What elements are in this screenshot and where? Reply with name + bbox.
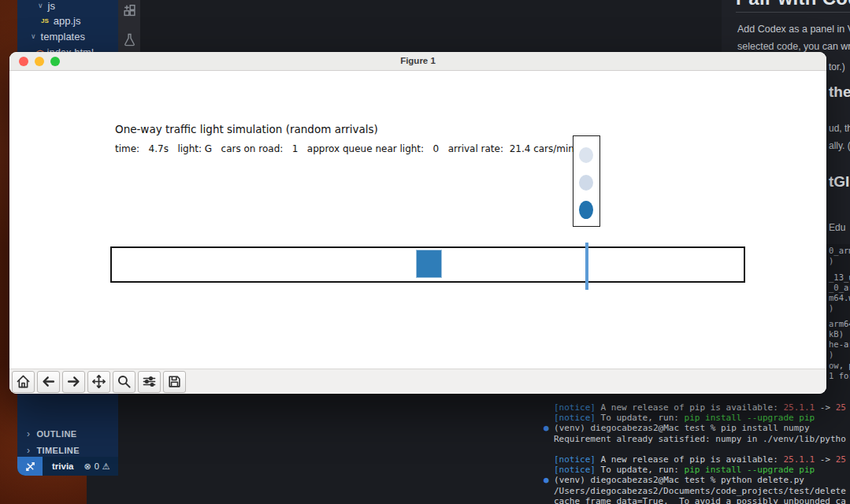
chevron-down-icon: ∨ (31, 32, 36, 40)
terminal-line: [notice] To update, run: pip install --u… (554, 413, 850, 423)
sidebar-item-js-folder[interactable]: ∨ js (17, 0, 118, 13)
remote-indicator-icon (25, 461, 35, 472)
divider (736, 12, 850, 13)
green-light-on (579, 201, 593, 219)
problems-indicator[interactable]: ⊗ 0 ⚠ (84, 461, 110, 472)
extensions-icon[interactable] (123, 5, 136, 21)
activity-bar (118, 0, 140, 55)
save-floppy-icon (167, 374, 182, 389)
home-button[interactable] (12, 371, 35, 393)
codex-panel-text: selected code, you can write shorter pro… (737, 41, 850, 52)
terminal-line: Requirement already satisfied: numpy in … (554, 434, 850, 444)
matplotlib-toolbar (9, 369, 826, 394)
sidebar-item-templates-folder[interactable]: ∨ templates (17, 28, 118, 44)
arrow-left-icon (41, 374, 56, 389)
warnings-icon: ⚠ (102, 461, 110, 472)
simulation-status-line: time: 4.7s light: G cars on road: 1 appr… (115, 143, 574, 154)
window-title: Figure 1 (9, 56, 826, 65)
magnifier-icon (117, 374, 132, 389)
stop-line (585, 243, 588, 290)
terminal-line: [notice] A new release of pip is availab… (554, 454, 850, 465)
file-label: app.js (54, 15, 81, 27)
terminal-output-block-1: [notice] A new release of pip is availab… (554, 402, 850, 444)
codex-panel-text: Add Codex as a panel in VS Code to chat,… (737, 24, 850, 35)
plot-canvas: One-way traffic light simulation (random… (9, 71, 826, 369)
errors-icon: ⊗ (84, 461, 91, 472)
chevron-down-icon: ∨ (38, 2, 43, 9)
timeline-section-header[interactable]: › TIMELINE (17, 443, 118, 458)
chevron-right-icon: › (27, 445, 30, 456)
section-label: OUTLINE (36, 429, 76, 439)
terminal-line: cache_frame_data=True. To avoid a possib… (554, 496, 850, 504)
section-label: TIMELINE (36, 446, 80, 455)
errors-count: 0 (95, 461, 99, 471)
remote-indicator[interactable] (17, 457, 43, 476)
zoom-rect-button[interactable] (113, 371, 135, 393)
traffic-light-box (573, 135, 600, 227)
home-icon (16, 374, 31, 389)
red-light-off (579, 147, 593, 163)
codex-panel-heading: Pair with Codex (736, 0, 850, 9)
back-button[interactable] (37, 371, 60, 393)
terminal-line: ● (venv) diegocabezas2@Mac test % python… (554, 475, 850, 485)
yellow-light-off (579, 175, 593, 191)
sidebar-item-appjs[interactable]: JS app.js (17, 13, 118, 28)
plot-title: One-way traffic light simulation (random… (115, 123, 378, 135)
pan-move-icon (91, 374, 106, 389)
terminal-line: [notice] To update, run: pip install --u… (554, 465, 850, 475)
chevron-right-icon: › (27, 428, 30, 439)
terminal-line: [notice] A new release of pip is availab… (554, 402, 850, 413)
save-button[interactable] (163, 371, 186, 393)
js-file-icon: JS (41, 17, 49, 24)
outline-section-header[interactable]: › OUTLINE (17, 426, 118, 442)
testing-flask-icon[interactable] (123, 33, 136, 50)
figure-window: Figure 1 One-way traffic light simulatio… (9, 52, 826, 394)
sliders-icon (142, 374, 157, 389)
configure-subplots-button[interactable] (138, 371, 161, 393)
folder-label: js (48, 0, 55, 12)
car-marker (416, 250, 442, 278)
git-branch-label[interactable]: trivia (52, 461, 74, 471)
pan-button[interactable] (87, 371, 110, 393)
desktop: Pair with Codex Add Codex as a panel in … (0, 0, 850, 504)
terminal-output-block-2: [notice] A new release of pip is availab… (554, 454, 850, 504)
terminal-line: ● (venv) diegocabezas2@Mac test % pip in… (554, 423, 850, 433)
arrow-right-icon (66, 374, 81, 389)
terminal-line: /Users/diegocabezas2/Documents/code_proj… (554, 486, 850, 496)
folder-label: templates (41, 31, 85, 43)
figure-titlebar[interactable]: Figure 1 (9, 52, 826, 71)
status-bar: trivia ⊗ 0 ⚠ (17, 457, 118, 476)
forward-button[interactable] (62, 371, 85, 393)
